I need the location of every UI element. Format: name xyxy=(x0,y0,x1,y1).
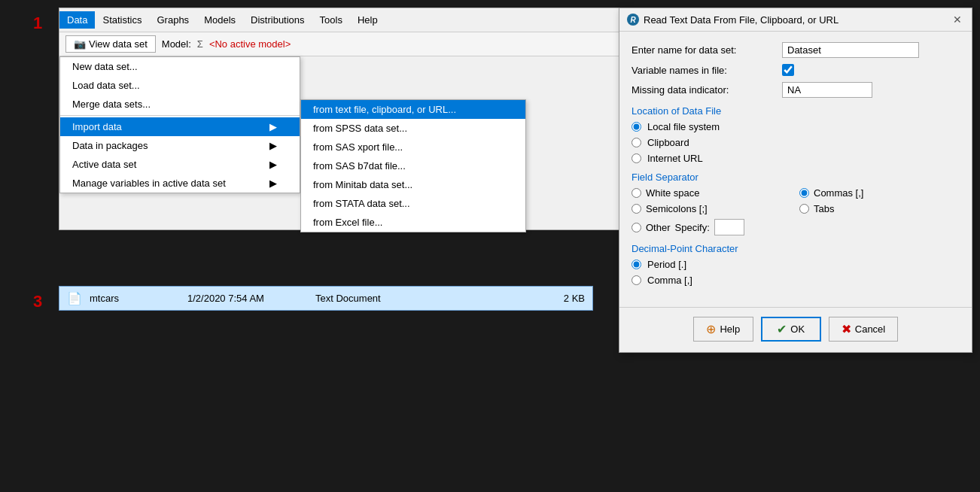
dataset-name-label: Enter name for data set: xyxy=(632,44,782,56)
semicolons-row: Semicolons [;] xyxy=(632,203,792,214)
menu-item-distributions[interactable]: Distributions xyxy=(243,11,312,29)
import-data-arrow: ▶ xyxy=(269,121,277,132)
dropdown-item-import-data[interactable]: Import data ▶ xyxy=(60,117,300,136)
submenu-item-text[interactable]: from text file, clipboard, or URL... xyxy=(301,100,525,119)
dropdown-item-active-dataset[interactable]: Active data set ▶ xyxy=(60,155,300,174)
menu-item-help[interactable]: Help xyxy=(350,11,385,29)
clipboard-label: Clipboard xyxy=(647,137,689,148)
internet-url-radio[interactable] xyxy=(632,153,641,163)
comma-decimal-radio[interactable] xyxy=(632,275,641,285)
help-icon: ⊕ xyxy=(706,322,716,336)
submenu-sas-xport-label: from SAS xport file... xyxy=(313,141,403,153)
menu-item-data[interactable]: Data xyxy=(59,11,95,29)
file-date: 1/2/2020 7:54 AM xyxy=(187,293,308,304)
cancel-icon: ✖ xyxy=(842,322,851,336)
help-button[interactable]: ⊕ Help xyxy=(693,317,753,342)
submenu-item-stata[interactable]: from STATA data set... xyxy=(301,194,525,213)
main-dropdown: New data set... Load data set... Merge d… xyxy=(59,56,300,193)
other-label: Other xyxy=(646,222,671,233)
internet-url-label: Internet URL xyxy=(647,153,703,164)
comma-decimal-row: Comma [,] xyxy=(632,275,960,286)
clipboard-radio[interactable] xyxy=(632,138,641,147)
menu-item-graphs[interactable]: Graphs xyxy=(149,11,196,29)
whitespace-radio[interactable] xyxy=(632,188,641,198)
missing-data-label: Missing data indicator: xyxy=(632,84,782,96)
submenu-minitab-label: from Minitab data set... xyxy=(313,179,412,190)
help-label: Help xyxy=(720,323,740,335)
new-dataset-label: New data set... xyxy=(72,61,138,72)
dropdown-area: New data set... Load data set... Merge d… xyxy=(59,56,622,229)
whitespace-row: White space xyxy=(632,187,792,199)
submenu-item-sas-xport[interactable]: from SAS xport file... xyxy=(301,138,525,156)
menu-item-models[interactable]: Models xyxy=(196,11,243,29)
active-dataset-label: Active data set xyxy=(72,159,136,170)
view-data-button[interactable]: 📷 View data set xyxy=(65,35,156,53)
cancel-label: Cancel xyxy=(855,323,885,335)
dropdown-item-new-dataset[interactable]: New data set... xyxy=(60,57,300,76)
active-dataset-arrow: ▶ xyxy=(269,159,277,170)
local-file-radio[interactable] xyxy=(632,122,641,132)
data-packages-arrow: ▶ xyxy=(269,140,277,151)
dialog-close-button[interactable]: ✕ xyxy=(951,13,964,26)
submenu-item-minitab[interactable]: from Minitab data set... xyxy=(301,175,525,194)
dialog-title-text: Read Text Data From File, Clipboard, or … xyxy=(644,14,838,26)
dialog-title-left: R Read Text Data From File, Clipboard, o… xyxy=(627,14,838,26)
commas-row: Commas [,] xyxy=(799,187,960,199)
tabs-row: Tabs xyxy=(799,203,960,214)
tabs-label: Tabs xyxy=(814,203,834,214)
submenu-sas-b7dat-label: from SAS b7dat file... xyxy=(313,160,406,172)
submenu-item-excel[interactable]: from Excel file... xyxy=(301,213,525,232)
period-label: Period [.] xyxy=(647,259,686,270)
menu-item-statistics[interactable]: Statistics xyxy=(95,11,149,29)
import-data-label: Import data xyxy=(72,121,122,132)
model-label: Model: xyxy=(162,38,191,50)
submenu-item-spss[interactable]: from SPSS data set... xyxy=(301,119,525,138)
step3-label: 3 xyxy=(33,292,42,311)
semicolons-radio[interactable] xyxy=(632,204,641,214)
period-radio[interactable] xyxy=(632,260,641,269)
no-active-model: <No active model> xyxy=(209,38,291,50)
menu-item-tools[interactable]: Tools xyxy=(312,11,350,29)
dropdown-item-merge-datasets[interactable]: Merge data sets... xyxy=(60,95,300,114)
camera-icon: 📷 xyxy=(74,38,86,50)
dropdown-item-manage-variables[interactable]: Manage variables in active data set ▶ xyxy=(60,174,300,193)
decimal-radio-group: Period [.] Comma [,] xyxy=(632,259,960,286)
cancel-button[interactable]: ✖ Cancel xyxy=(829,317,898,342)
section1-window: Data Statistics Graphs Models Distributi… xyxy=(59,8,623,230)
submenu-item-sas-b7dat[interactable]: from SAS b7dat file... xyxy=(301,156,525,175)
separator1 xyxy=(60,115,300,116)
field-sep-grid: White space Commas [,] Semicolons [;] Ta… xyxy=(632,187,960,235)
dialog-titlebar: R Read Text Data From File, Clipboard, o… xyxy=(619,8,972,32)
manage-variables-arrow: ▶ xyxy=(269,178,277,189)
load-dataset-label: Load data set... xyxy=(72,80,140,91)
dataset-name-input[interactable] xyxy=(782,42,919,58)
decimal-title: Decimal-Point Character xyxy=(632,243,960,254)
commas-radio[interactable] xyxy=(799,188,809,198)
view-data-label: View data set xyxy=(89,38,148,50)
file-type: Text Document xyxy=(315,293,556,304)
file-document-icon: 📄 xyxy=(67,291,82,305)
file-size: 2 KB xyxy=(564,293,585,304)
whitespace-label: White space xyxy=(646,187,700,199)
specify-input[interactable] xyxy=(714,219,744,235)
read-text-dialog: R Read Text Data From File, Clipboard, o… xyxy=(619,8,972,353)
dialog-buttons: ⊕ Help ✔ OK ✖ Cancel xyxy=(619,307,972,352)
variable-names-row: Variable names in file: xyxy=(632,64,960,76)
field-sep-title: Field Separator xyxy=(632,172,960,183)
submenu-excel-label: from Excel file... xyxy=(313,217,382,228)
dropdown-item-load-dataset[interactable]: Load data set... xyxy=(60,76,300,95)
ok-icon: ✔ xyxy=(777,322,787,336)
dropdown-item-data-packages[interactable]: Data in packages ▶ xyxy=(60,136,300,155)
missing-data-input[interactable] xyxy=(782,82,872,98)
ok-button[interactable]: ✔ OK xyxy=(761,317,821,342)
ok-label: OK xyxy=(790,323,805,335)
variable-names-checkbox[interactable] xyxy=(782,64,794,76)
tabs-radio[interactable] xyxy=(799,204,809,214)
other-row: Other Specify: xyxy=(632,219,792,235)
file-explorer-row[interactable]: 📄 mtcars 1/2/2020 7:54 AM Text Document … xyxy=(59,286,593,311)
step1-label: 1 xyxy=(33,14,42,33)
clipboard-row: Clipboard xyxy=(632,137,960,148)
other-radio[interactable] xyxy=(632,223,641,232)
submenu-text-label: from text file, clipboard, or URL... xyxy=(313,104,456,115)
comma-decimal-label: Comma [,] xyxy=(647,275,692,286)
